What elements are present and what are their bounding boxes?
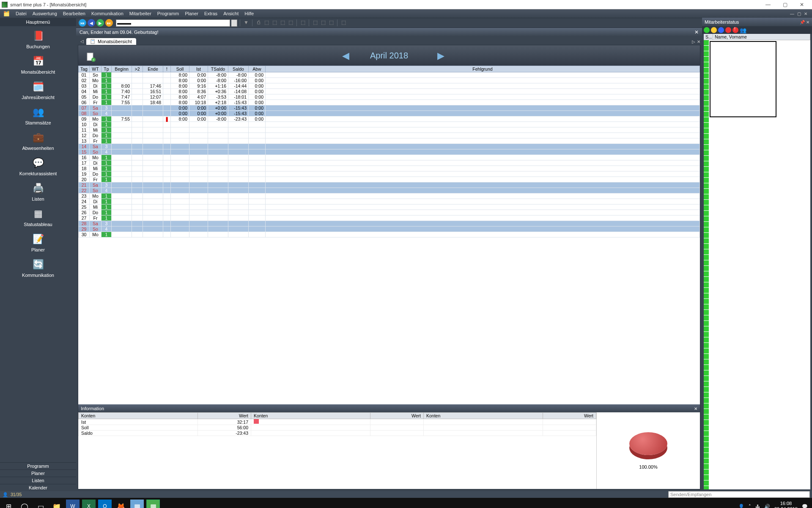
table-row[interactable]: 14Sa3: [79, 144, 700, 149]
table-row[interactable]: 09Mo17:55❚8:000:00-8:00-23:430:00: [79, 116, 700, 122]
tool-icon[interactable]: ⬚: [263, 19, 270, 26]
table-row[interactable]: 02Mo18:000:00-8:00-16:000:00: [79, 78, 700, 83]
col-wt[interactable]: WT: [90, 66, 102, 72]
table-row[interactable]: 08So40:000:00+0:00-15:430:00: [79, 111, 700, 116]
sidebar-bottom-programm[interactable]: Programm: [0, 462, 76, 469]
menu-ansicht[interactable]: Ansicht: [223, 11, 239, 16]
tab-scroll-left-icon[interactable]: ◁: [80, 39, 84, 44]
table-row[interactable]: 20Fr1: [79, 177, 700, 182]
table-row[interactable]: 11Mi1: [79, 127, 700, 133]
tool-icon[interactable]: ⬚: [299, 19, 306, 26]
maximize-button[interactable]: ▢: [776, 0, 793, 9]
col-abw[interactable]: Abw: [249, 66, 266, 72]
sidebar-bottom-planer[interactable]: Planer: [0, 469, 76, 477]
col-ist[interactable]: Ist: [189, 66, 208, 72]
info-col[interactable]: Konten: [79, 413, 198, 419]
tab-scroll-right-icon[interactable]: ▷: [692, 39, 695, 44]
notifications-icon[interactable]: 💬: [802, 504, 808, 508]
table-row[interactable]: 17Di1: [79, 160, 700, 166]
notification-close-icon[interactable]: ✕: [694, 29, 699, 35]
firefox-icon[interactable]: 🦊: [114, 500, 128, 508]
tool-icon[interactable]: ⬚: [279, 19, 286, 26]
table-row[interactable]: 06Fr17:5518:488:0010:18+2:18-15:430:00: [79, 100, 700, 105]
table-row[interactable]: 12Do1: [79, 133, 700, 138]
menu-hilfe[interactable]: Hilfe: [244, 11, 254, 16]
table-row[interactable]: 26Do1: [79, 210, 700, 215]
table-row[interactable]: 07Sa30:000:00+0:00-15:430:00: [79, 105, 700, 111]
sidebar-item-jahresübersicht[interactable]: 🗓️Jahresübersicht: [0, 77, 76, 102]
close-button[interactable]: ✕: [793, 0, 810, 9]
table-row[interactable]: 03Di18:0017:468:009:16+1:16-14:440:00: [79, 83, 700, 89]
pin-icon[interactable]: 📌: [800, 20, 805, 25]
table-row[interactable]: 29So4: [79, 226, 700, 232]
menu-programm[interactable]: Programm: [157, 11, 179, 16]
tool-icon[interactable]: ⬚: [320, 19, 326, 26]
word-icon[interactable]: W: [66, 500, 80, 508]
sidebar-item-kommunikation[interactable]: 🔄Kommunikation: [0, 255, 76, 280]
filter-icon[interactable]: ▼: [243, 19, 250, 26]
info-close-icon[interactable]: ✕: [694, 406, 697, 411]
table-row[interactable]: 15So4: [79, 149, 700, 155]
table-row[interactable]: 13Fr1: [79, 138, 700, 144]
tab-close-icon[interactable]: ✕: [697, 39, 700, 44]
app-icon[interactable]: ▦: [130, 500, 144, 508]
table-row[interactable]: 22So4: [79, 188, 700, 193]
export-icon[interactable]: +: [86, 52, 96, 62]
info-col[interactable]: Wert: [370, 413, 424, 419]
menu-bearbeiten[interactable]: Bearbeiten: [63, 11, 85, 16]
table-row[interactable]: 28Sa3: [79, 221, 700, 226]
tool-icon[interactable]: ⬚: [340, 19, 347, 26]
table-row[interactable]: 18Mi1: [79, 166, 700, 171]
status-group-icon[interactable]: 👥: [740, 27, 746, 33]
sidebar-item-statustableau[interactable]: ▦Statustableau: [0, 204, 76, 229]
col-name[interactable]: Name, Vorname: [713, 34, 810, 40]
start-button[interactable]: ⊞: [2, 500, 15, 508]
status-green-icon[interactable]: [704, 27, 710, 33]
col-tsaldo[interactable]: TSaldo: [208, 66, 228, 72]
clock[interactable]: 16:08 09.04.2018: [774, 501, 798, 508]
month-grid[interactable]: TagWTTpBeginn>2Ende!SollIstTSaldoSaldoAb…: [78, 66, 700, 404]
sidebar-item-abwesenheiten[interactable]: 💼Abwesenheiten: [0, 128, 76, 153]
status-yellow-icon[interactable]: [711, 27, 717, 33]
col-fehlgrund[interactable]: Fehlgrund: [266, 66, 700, 72]
col->2[interactable]: >2: [132, 66, 143, 72]
tray-people-icon[interactable]: 👤: [738, 504, 744, 508]
col-ende[interactable]: Ende: [143, 66, 163, 72]
toolbar-search-dropdown[interactable]: [231, 19, 237, 27]
taskview-icon[interactable]: ▭: [34, 500, 47, 508]
col-tp[interactable]: Tp: [102, 66, 112, 72]
toolbar-nav-last-icon[interactable]: ⏭: [105, 19, 113, 27]
mdi-window-controls[interactable]: —▢✕: [789, 11, 809, 16]
sidebar-item-planer[interactable]: 📝Planer: [0, 229, 76, 255]
sidebar-item-monatsübersicht[interactable]: 📅Monatsübersicht: [0, 52, 76, 77]
col-beginn[interactable]: Beginn: [112, 66, 132, 72]
smarttime-icon[interactable]: ▦: [146, 500, 160, 508]
table-row[interactable]: 04Mi17:4016:518:008:36+0:36-14:080:00: [79, 89, 700, 94]
employee-status-list[interactable]: S... Name, Vorname: [704, 34, 810, 489]
sidebar-item-listen[interactable]: 🖨️Listen: [0, 179, 76, 204]
col-tag[interactable]: Tag: [79, 66, 90, 72]
explorer-icon[interactable]: 📁: [50, 500, 63, 508]
prev-month-button[interactable]: ◀: [340, 50, 351, 61]
menu-extras[interactable]: Extras: [204, 11, 217, 16]
panel-close-icon[interactable]: ✕: [806, 20, 809, 25]
tray-network-icon[interactable]: 🖧: [755, 504, 760, 508]
info-col[interactable]: Wert: [543, 413, 596, 419]
col-saldo[interactable]: Saldo: [228, 66, 249, 72]
menu-kommunikation[interactable]: Kommunikation: [91, 11, 123, 16]
menu-auswertung[interactable]: Auswertung: [33, 11, 57, 16]
sidebar-item-buchungen[interactable]: 📕Buchungen: [0, 26, 76, 52]
toolbar-search-box[interactable]: ▬▬▬: [116, 19, 230, 27]
status-blue-icon[interactable]: [718, 27, 724, 33]
sidebar-bottom-kalender[interactable]: Kalender: [0, 484, 76, 491]
menu-mitarbeiter[interactable]: Mitarbeiter: [129, 11, 151, 16]
next-month-button[interactable]: ▶: [436, 50, 446, 61]
table-row[interactable]: 23Mo1: [79, 193, 700, 199]
col-![interactable]: !: [163, 66, 171, 72]
active-tab[interactable]: Monatsübersicht: [86, 38, 136, 45]
table-row[interactable]: 30Mo1: [79, 232, 700, 237]
toolbar-nav-prev-icon[interactable]: ◀: [88, 19, 95, 27]
tray-volume-icon[interactable]: 🔊: [764, 504, 770, 508]
table-row[interactable]: 19Do1: [79, 171, 700, 177]
sidebar-bottom-listen[interactable]: Listen: [0, 477, 76, 484]
